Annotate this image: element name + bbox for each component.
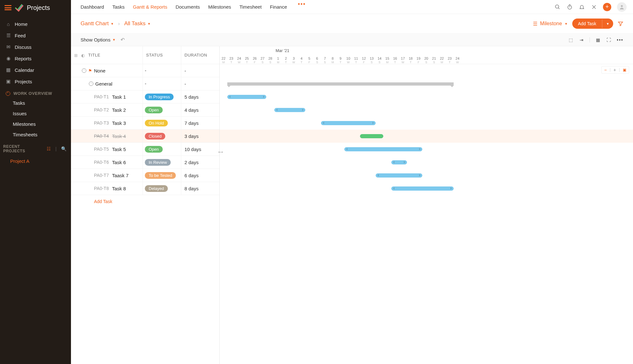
tab-tasks[interactable]: Tasks xyxy=(112,1,124,13)
status-pill[interactable]: On Hold xyxy=(145,120,168,126)
work-overview-header[interactable]: ˄ WORK OVERVIEW xyxy=(0,87,71,98)
timeline-day: 7S xyxy=(321,57,329,64)
status-pill[interactable]: To be Tested xyxy=(145,172,176,179)
timer-icon[interactable] xyxy=(567,4,573,10)
filter-icon[interactable] xyxy=(618,21,623,27)
status-pill[interactable]: In Progress xyxy=(145,94,174,100)
zoom-fit-icon[interactable]: ▣ xyxy=(623,68,626,72)
task-status-cell: On Hold xyxy=(143,117,181,129)
task-status-cell: To be Tested xyxy=(143,169,181,182)
col-title[interactable]: ⊞ ◐ TITLE xyxy=(71,46,143,64)
nav-projects[interactable]: ▣Projects xyxy=(0,76,71,87)
gantt-bar[interactable] xyxy=(376,173,422,178)
subnav-milestones[interactable]: Milestones xyxy=(0,119,71,129)
nav-calendar[interactable]: ▦Calendar xyxy=(0,64,71,76)
gantt-bar[interactable] xyxy=(274,108,306,112)
discuss-icon: ✉ xyxy=(6,44,11,50)
gantt-bar[interactable] xyxy=(321,121,376,125)
subnav-timesheets[interactable]: Timesheets xyxy=(0,129,71,140)
gantt-bar[interactable] xyxy=(344,147,422,151)
search-icon[interactable] xyxy=(554,4,561,10)
inline-add-task[interactable]: Add Task xyxy=(71,195,219,208)
gantt-bar[interactable] xyxy=(360,134,383,138)
task-row[interactable]: PA0-T2Task 2Open4 days xyxy=(71,103,219,117)
nav-discuss[interactable]: ✉Discuss xyxy=(0,41,71,53)
timeline-row-none xyxy=(220,64,633,77)
task-row[interactable]: PA0-T5Task 5Open10 days xyxy=(71,143,219,156)
grid-header: ⊞ ◐ TITLE STATUS DURATION xyxy=(71,46,219,64)
summary-bar[interactable] xyxy=(227,82,454,86)
status-pill[interactable]: Open xyxy=(145,107,163,113)
search-icon[interactable]: 🔍 xyxy=(60,146,68,151)
gantt-bar[interactable] xyxy=(227,95,266,99)
timeline-day: 24W xyxy=(235,57,243,64)
timeline[interactable]: Mar '21 22M23T24W25T26F27S28S1M2T3W4T5F6… xyxy=(220,46,633,364)
gantt-bar[interactable] xyxy=(391,160,407,164)
settings-sliders-icon[interactable]: ☷ xyxy=(45,146,52,151)
timeline-day: 3W xyxy=(290,57,298,64)
bell-icon[interactable] xyxy=(579,4,585,10)
tab-timesheet[interactable]: Timesheet xyxy=(239,1,262,13)
timeline-day: 22M xyxy=(220,57,227,64)
group-none-row[interactable]: ˄ ⚑ None - - xyxy=(71,64,219,77)
gantt-bar[interactable] xyxy=(391,186,454,191)
chevron-up-icon: ˄ xyxy=(6,91,10,96)
tab-documents[interactable]: Documents xyxy=(176,1,200,13)
undo-icon[interactable]: ↶ xyxy=(121,37,125,43)
main: Dashboard Tasks Gantt & Reports Document… xyxy=(71,0,633,364)
task-name: Task 5 xyxy=(112,147,126,152)
subnav-tasks[interactable]: Tasks xyxy=(0,98,71,108)
collapse-toggle-icon[interactable]: ˄ xyxy=(82,68,86,73)
recent-project-a[interactable]: Project A xyxy=(0,156,71,166)
col-duration-label: DURATION xyxy=(184,53,207,57)
task-row[interactable]: PA0-T6Task 6In Review2 days xyxy=(71,156,219,169)
task-row[interactable]: PA0-T8Task 8Delayed8 days xyxy=(71,182,219,195)
timeline-row xyxy=(220,130,633,143)
nav-feed[interactable]: ☰Feed xyxy=(0,30,71,41)
nav-reports[interactable]: ◉Reports xyxy=(0,53,71,64)
collapse-toggle-icon[interactable]: ˄ xyxy=(89,81,93,86)
col-status[interactable]: STATUS xyxy=(143,46,181,64)
timeline-row xyxy=(220,169,633,182)
collapse-icon[interactable]: ⬚ xyxy=(568,37,574,43)
task-row[interactable]: PA0-T4Task 4Closed3 days xyxy=(71,130,219,143)
status-pill[interactable]: Delayed xyxy=(145,185,168,192)
align-icon[interactable]: ⇥ xyxy=(579,37,584,43)
add-task-dropdown-icon[interactable]: ▼ xyxy=(602,19,613,28)
tab-milestones[interactable]: Milestones xyxy=(208,1,231,13)
add-task-button[interactable]: Add Task ▼ xyxy=(572,19,613,29)
user-avatar[interactable] xyxy=(617,2,627,12)
column-resizer[interactable] xyxy=(218,149,221,154)
nav-home[interactable]: ⌂Home xyxy=(0,19,71,30)
timeline-row xyxy=(220,143,633,156)
milestone-dropdown[interactable]: ☰ Milestone ▼ xyxy=(533,21,567,27)
view-dropdown[interactable]: Gantt Chart▼ xyxy=(81,20,114,27)
task-duration: 10 days xyxy=(181,143,219,155)
subnav-issues[interactable]: Issues xyxy=(0,108,71,119)
filter-dropdown[interactable]: All Tasks▼ xyxy=(124,20,151,27)
nav-calendar-label: Calendar xyxy=(15,67,34,73)
status-pill[interactable]: Closed xyxy=(145,133,165,140)
group-general-row[interactable]: ˄ General - - xyxy=(71,77,219,90)
zoom-in-icon[interactable]: + xyxy=(613,67,616,72)
today-icon[interactable]: ▦ xyxy=(595,37,601,43)
task-row[interactable]: PA0-T1Task 1In Progress5 days xyxy=(71,90,219,103)
more-icon[interactable]: ••• xyxy=(617,37,623,42)
hamburger-icon[interactable] xyxy=(4,5,12,10)
task-row[interactable]: PA0-T3Task 3On Hold7 days xyxy=(71,117,219,130)
tab-more-icon[interactable]: ••• xyxy=(295,1,309,13)
app-logo-icon xyxy=(15,3,24,12)
tab-dashboard[interactable]: Dashboard xyxy=(81,1,104,13)
show-options-dropdown[interactable]: Show Options ▼ xyxy=(81,37,115,42)
tab-finance[interactable]: Finance xyxy=(270,1,287,13)
tools-icon[interactable] xyxy=(591,4,597,10)
fullscreen-icon[interactable]: ⛶ xyxy=(606,37,612,43)
status-pill[interactable]: Open xyxy=(145,146,163,153)
zoom-out-icon[interactable]: − xyxy=(604,67,607,72)
status-pill[interactable]: In Review xyxy=(145,159,171,166)
task-row[interactable]: PA0-T7Taask 7To be Tested6 days xyxy=(71,169,219,182)
col-duration[interactable]: DURATION xyxy=(181,46,219,64)
view-label: Gantt Chart xyxy=(81,20,109,27)
tab-gantt-reports[interactable]: Gantt & Reports xyxy=(133,1,168,13)
global-add-button[interactable]: + xyxy=(603,3,611,11)
